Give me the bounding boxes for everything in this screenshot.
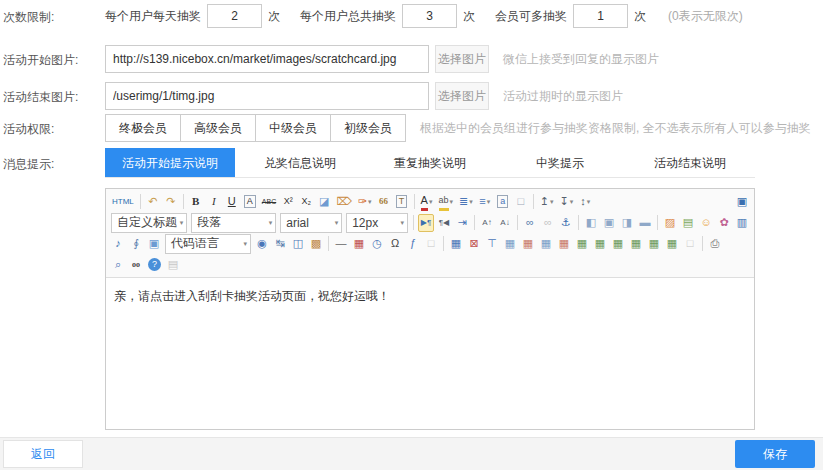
- highlight-color-icon[interactable]: ab▾: [437, 193, 456, 211]
- emotion-icon[interactable]: ☺: [698, 214, 714, 232]
- image-float-none-icon[interactable]: ▬: [637, 214, 653, 232]
- tab-win-tip[interactable]: 中奖提示: [495, 148, 625, 177]
- insert-time-icon[interactable]: ◷: [369, 235, 385, 253]
- image-float-left-icon[interactable]: ◧: [583, 214, 599, 232]
- scratchcard-settings-page: 次数限制: 每个用户每天抽奖 次 每个用户总共抽奖 次 会员可多抽奖 次 (0表…: [0, 0, 823, 470]
- eraser-icon[interactable]: ◪: [316, 193, 332, 211]
- clear-format-icon[interactable]: ⌦: [334, 193, 354, 211]
- bold-icon[interactable]: B: [188, 193, 204, 211]
- merge-cells-icon[interactable]: ▦: [610, 235, 626, 253]
- insert-image-icon[interactable]: ▨: [662, 214, 678, 232]
- delete-row-icon[interactable]: ▦: [520, 235, 536, 253]
- start-image-input[interactable]: [105, 45, 429, 73]
- paste-text-icon[interactable]: T: [394, 193, 410, 211]
- heading-select[interactable]: 自定义标题▾: [111, 213, 187, 233]
- to-lowercase-icon[interactable]: A↓: [497, 214, 513, 232]
- horizontal-rule-icon[interactable]: —: [333, 235, 349, 253]
- map-icon[interactable]: ◉: [254, 235, 270, 253]
- font-family-select[interactable]: arial▾: [280, 213, 342, 233]
- end-image-input[interactable]: [105, 82, 429, 110]
- save-button[interactable]: 保存: [735, 440, 815, 468]
- delete-col-icon[interactable]: ▦: [556, 235, 572, 253]
- split-rows-icon[interactable]: ▦: [628, 235, 644, 253]
- delete-table-icon[interactable]: ⊠: [466, 235, 482, 253]
- format-painter-icon[interactable]: ✑▾: [356, 193, 374, 211]
- image-float-center-icon[interactable]: ▣: [601, 214, 617, 232]
- insert-frame-icon[interactable]: ▣: [146, 235, 162, 253]
- editor-content[interactable]: 亲，请点击进入刮刮卡抽奖活动页面，祝您好运哦！: [106, 278, 754, 316]
- direction-ltr-icon[interactable]: ▶¶: [418, 214, 434, 232]
- superscript-icon[interactable]: X²: [280, 193, 296, 211]
- ordered-list-icon[interactable]: ≣▾: [457, 193, 475, 211]
- special-chars-icon[interactable]: Ω: [387, 235, 403, 253]
- permission-option-junior[interactable]: 初级会员: [330, 114, 406, 142]
- member-extra-input[interactable]: [573, 4, 628, 28]
- toolbar-separator: [140, 194, 141, 209]
- insert-row-icon[interactable]: ▦: [502, 235, 518, 253]
- fullscreen-icon[interactable]: ▣: [734, 193, 750, 211]
- undo-icon[interactable]: ↶: [145, 193, 161, 211]
- online-image-icon[interactable]: ▤: [680, 214, 696, 232]
- link-icon[interactable]: ∞: [522, 214, 538, 232]
- end-image-pick-button[interactable]: 选择图片: [435, 82, 489, 110]
- blockquote-icon[interactable]: 66: [376, 193, 392, 211]
- toolbar-separator: [702, 236, 703, 251]
- indent-icon[interactable]: ⇥: [454, 214, 470, 232]
- permission-option-ultimate[interactable]: 终极会员: [105, 114, 181, 142]
- search-icon[interactable]: ⌕: [110, 256, 126, 274]
- anchor-icon[interactable]: ⚓: [558, 214, 574, 232]
- page-break-icon[interactable]: ↹: [272, 235, 288, 253]
- insert-video-icon[interactable]: ▥: [734, 214, 750, 232]
- formula-icon[interactable]: ƒ: [405, 235, 421, 253]
- italic-icon[interactable]: I: [206, 193, 222, 211]
- start-image-label: 活动开始图片:: [3, 52, 103, 69]
- unordered-list-icon[interactable]: ≡▾: [477, 193, 493, 211]
- find-replace-icon[interactable]: oo: [128, 256, 144, 274]
- tab-activity-start-tip[interactable]: 活动开始提示说明: [105, 148, 235, 177]
- paragraph-select[interactable]: 段落▾: [191, 213, 276, 233]
- per-day-input[interactable]: [207, 4, 262, 28]
- split-cells-icon[interactable]: ▦: [664, 235, 680, 253]
- anchor-name-icon[interactable]: a: [495, 193, 511, 211]
- tab-redeem-info[interactable]: 兑奖信息说明: [235, 148, 365, 177]
- insert-col-icon[interactable]: ▦: [538, 235, 554, 253]
- insert-date-icon[interactable]: ▦: [351, 235, 367, 253]
- strikethrough-icon[interactable]: ABC: [260, 193, 278, 211]
- tab-activity-end[interactable]: 活动结束说明: [625, 148, 755, 177]
- paragraph-space-bottom-icon[interactable]: ↧▾: [558, 193, 576, 211]
- code-language-select[interactable]: 代码语言▾: [165, 234, 251, 254]
- help-icon[interactable]: ?: [146, 256, 163, 274]
- split-cols-icon[interactable]: ▦: [646, 235, 662, 253]
- merge-right-icon[interactable]: ▦: [574, 235, 590, 253]
- permission-option-senior[interactable]: 高级会员: [180, 114, 256, 142]
- background-icon[interactable]: ▩: [308, 235, 324, 253]
- insert-music-icon[interactable]: ♪: [110, 235, 126, 253]
- attachment-icon[interactable]: ∮: [128, 235, 144, 253]
- graffiti-icon[interactable]: ✿: [716, 214, 732, 232]
- permission-option-middle[interactable]: 中级会员: [255, 114, 331, 142]
- insert-table-icon[interactable]: ▦: [448, 235, 464, 253]
- direction-rtl-icon[interactable]: ¶◀: [436, 214, 452, 232]
- print-icon[interactable]: ⎙: [707, 235, 723, 253]
- redo-icon[interactable]: ↷: [163, 193, 179, 211]
- merge-down-icon[interactable]: ▦: [592, 235, 608, 253]
- start-image-pick-button[interactable]: 选择图片: [435, 45, 489, 73]
- limits-label: 次数限制:: [3, 9, 103, 26]
- total-input[interactable]: [402, 4, 457, 28]
- font-border-icon[interactable]: A: [242, 193, 258, 211]
- tab-repeat-draw[interactable]: 重复抽奖说明: [365, 148, 495, 177]
- paragraph-space-top-icon[interactable]: ↥▾: [538, 193, 556, 211]
- image-float-right-icon[interactable]: ◨: [619, 214, 635, 232]
- blank-doc-icon[interactable]: □: [513, 193, 529, 211]
- to-uppercase-icon[interactable]: A↑: [479, 214, 495, 232]
- back-button[interactable]: 返回: [3, 440, 83, 468]
- line-height-icon[interactable]: ↕▾: [577, 193, 593, 211]
- underline-icon[interactable]: U: [224, 193, 240, 211]
- html-source-button[interactable]: HTML: [110, 193, 136, 211]
- start-image-hint: 微信上接受到回复的显示图片: [503, 51, 659, 68]
- font-size-select[interactable]: 12px▾: [346, 213, 408, 233]
- table-caption-icon[interactable]: ⊤: [484, 235, 500, 253]
- template-icon[interactable]: ◫: [290, 235, 306, 253]
- subscript-icon[interactable]: X₂: [298, 193, 314, 211]
- font-color-icon[interactable]: A▾: [419, 193, 435, 211]
